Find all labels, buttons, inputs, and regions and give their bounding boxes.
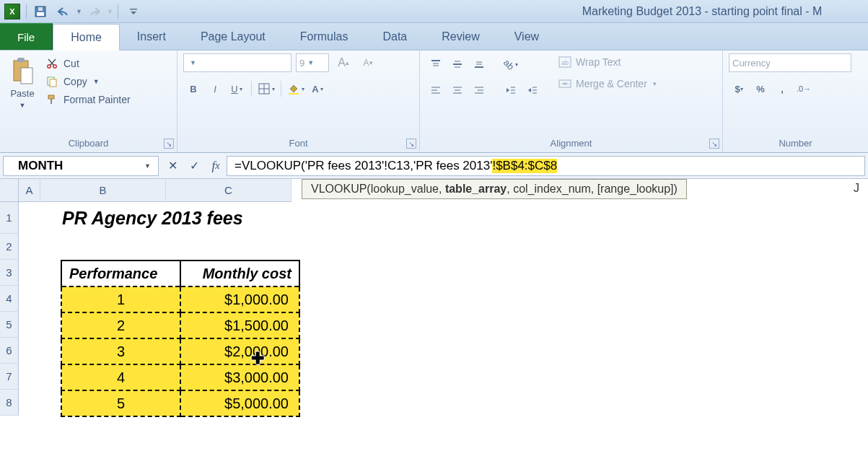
row-header[interactable]: 5	[0, 312, 19, 338]
row-header[interactable]: 6	[0, 338, 19, 364]
align-left-button[interactable]	[426, 81, 446, 100]
group-font: ▼ 9▼ A▴ A▾ B I U▾ ▾ ▾ A	[177, 51, 420, 152]
col-header-c[interactable]: C	[166, 179, 291, 202]
tab-view[interactable]: View	[497, 23, 556, 50]
align-middle-button[interactable]	[447, 55, 468, 74]
cell-cost[interactable]: $2,000.00	[180, 338, 299, 364]
bucket-icon	[287, 82, 300, 95]
format-painter-button[interactable]: Format Painter	[43, 92, 133, 107]
paste-caret-icon[interactable]: ▼	[19, 102, 26, 109]
alignment-dialog-launcher[interactable]: ↘	[709, 139, 719, 149]
copy-button[interactable]: Copy ▼	[43, 74, 133, 89]
tab-page-layout[interactable]: Page Layout	[183, 23, 283, 50]
decrease-indent-button[interactable]	[501, 81, 521, 100]
underline-button[interactable]: U▾	[227, 79, 247, 98]
align-top-button[interactable]	[426, 55, 446, 74]
tab-file[interactable]: File	[0, 23, 53, 50]
cell-perf[interactable]: 4	[61, 364, 180, 390]
row-header[interactable]: 7	[0, 364, 19, 390]
undo-caret-icon[interactable]: ▼	[76, 8, 82, 15]
font-dialog-launcher[interactable]: ↘	[406, 139, 416, 149]
increase-indent-button[interactable]	[522, 81, 543, 100]
format-painter-label: Format Painter	[63, 94, 131, 105]
cancel-formula-button[interactable]: ✕	[162, 156, 183, 176]
col-header-b[interactable]: B	[40, 179, 166, 202]
number-group-label: Number	[729, 136, 862, 152]
orientation-button[interactable]: ab▾	[501, 55, 521, 74]
cell-perf[interactable]: 2	[61, 312, 180, 338]
sheet-header-area: A B C VLOOKUP(lookup_value, table_array,…	[0, 179, 868, 202]
cell-cost[interactable]: $5,000.00	[180, 390, 299, 416]
undo-button[interactable]	[53, 3, 74, 20]
select-all-corner[interactable]	[0, 179, 19, 202]
grow-font-button[interactable]: A▴	[333, 53, 354, 72]
tab-insert[interactable]: Insert	[120, 23, 183, 50]
increase-decimal-button[interactable]: .0→	[794, 79, 814, 98]
svg-rect-16	[289, 93, 299, 95]
header-monthly-cost[interactable]: Monthly cost	[180, 260, 299, 286]
svg-rect-3	[130, 9, 137, 10]
accounting-format-button[interactable]: $▾	[729, 79, 749, 98]
cell-perf[interactable]: 3	[61, 338, 180, 364]
table-row[interactable]: 2$1,500.00	[61, 312, 299, 338]
font-family-combo[interactable]: ▼	[183, 53, 291, 72]
namebox-caret-icon[interactable]: ▼	[144, 162, 151, 170]
row-header[interactable]: 2	[0, 234, 19, 260]
clipboard-dialog-launcher[interactable]: ↘	[164, 139, 174, 149]
number-format-combo[interactable]: Currency	[729, 53, 851, 72]
row-header[interactable]: 1	[0, 202, 19, 234]
shrink-font-button[interactable]: A▾	[358, 53, 378, 72]
tooltip-sig-bold: table_array	[445, 183, 507, 195]
cell-perf[interactable]: 1	[61, 286, 180, 312]
align-right-button[interactable]	[469, 81, 489, 100]
cell-cost[interactable]: $3,000.00	[180, 364, 299, 390]
qat-customize-button[interactable]	[123, 3, 144, 20]
enter-formula-button[interactable]: ✓	[183, 156, 205, 176]
spreadsheet[interactable]: 1 2 3 4 5 6 7 8 PR Agency 2013 fees Perf…	[0, 202, 868, 417]
font-size-combo[interactable]: 9▼	[296, 53, 329, 72]
save-button[interactable]	[30, 3, 51, 20]
name-box-value: MONTH	[18, 159, 63, 173]
tab-home[interactable]: Home	[53, 24, 120, 51]
sheet-title-cell[interactable]: PR Agency 2013 fees	[19, 202, 300, 234]
cell-cost[interactable]: $1,000.00	[180, 286, 299, 312]
tab-data[interactable]: Data	[365, 23, 424, 50]
cell-cost[interactable]: $1,500.00	[180, 312, 299, 338]
paste-button[interactable]: Paste ▼	[6, 53, 39, 112]
redo-button[interactable]	[84, 3, 105, 20]
header-performance[interactable]: Performance	[61, 260, 180, 286]
table-header-row[interactable]: Performance Monthly cost	[61, 260, 299, 286]
table-row[interactable]: 4$3,000.00	[61, 364, 299, 390]
cell-perf[interactable]: 5	[61, 390, 180, 416]
formula-input[interactable]: =VLOOKUP('PR fees 2013'!C13,'PR fees 201…	[227, 156, 865, 176]
redo-caret-icon: ▼	[107, 8, 113, 15]
row-header[interactable]: 3	[0, 260, 19, 286]
fees-table[interactable]: Performance Monthly cost 1$1,000.00 2$1,…	[61, 260, 300, 417]
table-row[interactable]: 5$5,000.00	[61, 390, 299, 416]
align-center-button[interactable]	[447, 81, 468, 100]
align-bottom-button[interactable]	[469, 55, 489, 74]
merge-center-button[interactable]: Merge & Center ▾	[556, 76, 659, 91]
tab-review[interactable]: Review	[424, 23, 496, 50]
col-header-a[interactable]: A	[19, 179, 40, 202]
grid-cells[interactable]: PR Agency 2013 fees Performance Monthly …	[19, 202, 300, 417]
tab-formulas[interactable]: Formulas	[283, 23, 366, 50]
fill-color-button[interactable]: ▾	[286, 79, 306, 98]
copy-caret-icon[interactable]: ▼	[93, 78, 100, 85]
italic-button[interactable]: I	[205, 79, 225, 98]
row-header[interactable]: 8	[0, 390, 19, 416]
cut-button[interactable]: Cut	[43, 56, 133, 71]
wrap-text-button[interactable]: ab Wrap Text	[556, 55, 659, 69]
formula-text-highlight: !$B$4:$C$8	[492, 159, 557, 173]
col-header-j[interactable]: J	[854, 182, 859, 195]
paintbrush-icon	[46, 94, 59, 105]
row-header[interactable]: 4	[0, 286, 19, 312]
comma-format-button[interactable]: ,	[772, 79, 792, 98]
borders-button[interactable]: ▾	[256, 79, 276, 98]
percent-format-button[interactable]: %	[750, 79, 771, 98]
fx-button[interactable]: fx	[205, 156, 227, 176]
font-color-button[interactable]: A ▾	[307, 79, 328, 98]
name-box[interactable]: MONTH ▼	[3, 156, 159, 176]
bold-button[interactable]: B	[183, 79, 203, 98]
table-row[interactable]: 1$1,000.00	[61, 286, 299, 312]
